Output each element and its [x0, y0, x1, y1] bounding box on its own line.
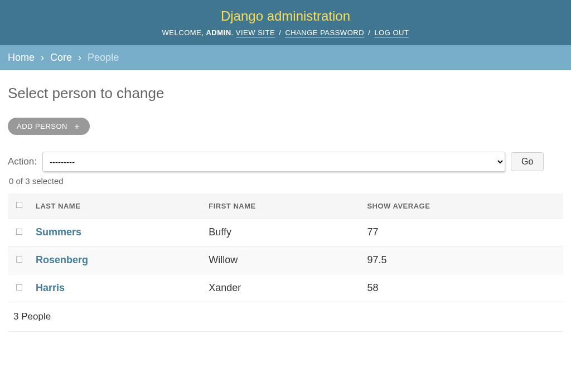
table-row: RosenbergWillow97.5: [8, 246, 563, 274]
row-first-name: Buffy: [203, 219, 361, 246]
site-title: Django administration: [22, 8, 549, 24]
paginator: 3 People: [8, 302, 563, 332]
row-checkbox[interactable]: [16, 229, 22, 235]
table-row: SummersBuffy77: [8, 219, 563, 246]
row-checkbox[interactable]: [16, 284, 22, 291]
row-show-average: 77: [361, 219, 563, 246]
table-header-row: LAST NAME FIRST NAME SHOW AVERAGE: [8, 193, 563, 219]
action-select[interactable]: ---------: [42, 152, 505, 172]
row-last-name-link[interactable]: Summers: [36, 226, 81, 238]
select-all-checkbox[interactable]: [16, 202, 22, 209]
plus-icon: [73, 123, 81, 130]
actions-bar: Action: --------- Go: [8, 152, 563, 172]
row-show-average: 58: [361, 274, 563, 302]
change-password-link[interactable]: CHANGE PASSWORD: [285, 28, 364, 38]
row-last-name-link[interactable]: Rosenberg: [36, 254, 88, 265]
column-last-name[interactable]: LAST NAME: [30, 193, 203, 219]
results-table: LAST NAME FIRST NAME SHOW AVERAGE Summer…: [8, 193, 563, 302]
row-last-name-link[interactable]: Harris: [36, 282, 65, 293]
logout-link[interactable]: LOG OUT: [374, 28, 409, 38]
select-all-column: [8, 193, 30, 219]
chevron-right-icon: ›: [78, 52, 81, 63]
breadcrumb-app[interactable]: Core: [50, 52, 72, 63]
add-person-button[interactable]: ADD PERSON: [8, 118, 90, 135]
breadcrumbs: Home › Core › People: [0, 45, 571, 70]
selection-counter: 0 of 3 selected: [9, 176, 563, 186]
branding: Django administration: [22, 8, 549, 24]
breadcrumb-current: People: [88, 52, 119, 63]
user-tools: WELCOME, ADMIN. VIEW SITE / CHANGE PASSW…: [22, 28, 549, 37]
chevron-right-icon: ›: [41, 52, 44, 63]
welcome-text: WELCOME,: [162, 28, 206, 37]
column-show-average[interactable]: SHOW AVERAGE: [361, 193, 563, 219]
page-title: Select person to change: [8, 85, 563, 102]
column-first-name[interactable]: FIRST NAME: [203, 193, 361, 219]
action-label: Action:: [8, 156, 37, 167]
username: ADMIN: [206, 28, 231, 37]
add-button-label: ADD PERSON: [17, 122, 67, 130]
row-first-name: Willow: [203, 246, 361, 274]
row-first-name: Xander: [203, 274, 361, 302]
table-row: HarrisXander58: [8, 274, 563, 302]
breadcrumb-home[interactable]: Home: [8, 52, 35, 63]
go-button[interactable]: Go: [511, 152, 544, 171]
admin-header: Django administration WELCOME, ADMIN. VI…: [0, 0, 571, 45]
view-site-link[interactable]: VIEW SITE: [236, 28, 275, 38]
row-checkbox[interactable]: [16, 257, 22, 263]
object-tools: ADD PERSON: [8, 118, 563, 135]
row-show-average: 97.5: [361, 246, 563, 274]
